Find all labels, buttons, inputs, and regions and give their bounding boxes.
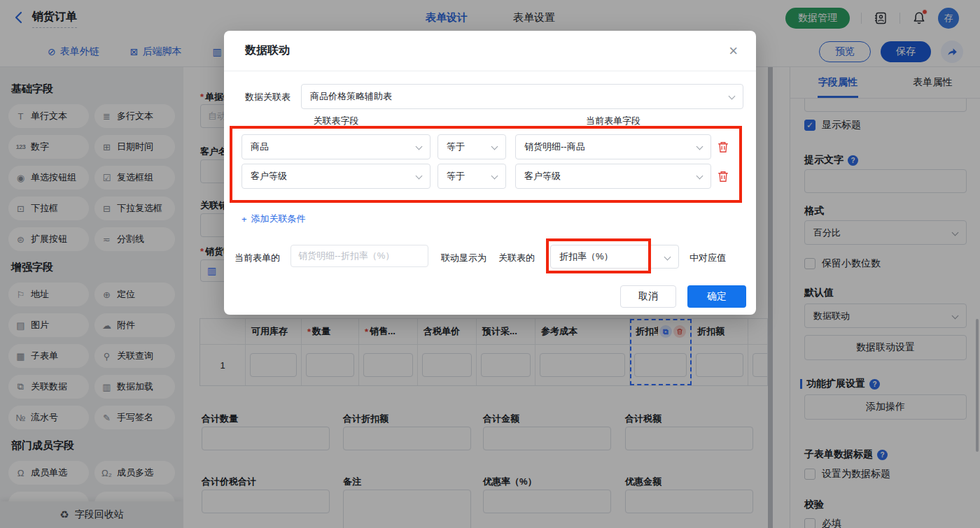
chevron-down-icon [416, 143, 423, 150]
plus-icon: + [241, 214, 247, 224]
value: 等于 [447, 170, 465, 183]
close-icon[interactable]: × [729, 43, 738, 59]
chevron-down-icon [491, 173, 498, 180]
column-header-relation-field: 关联表字段 [241, 115, 430, 127]
condition2-relation-field-select[interactable]: 客户等级 [241, 164, 430, 189]
relation-table-select[interactable]: 商品价格策略辅助表 [301, 84, 743, 109]
condition1-delete-icon[interactable] [717, 141, 729, 153]
value: 销货明细--商品 [524, 141, 585, 153]
data-linkage-dialog: 数据联动 × 数据关联表 商品价格策略辅助表 关联表字段 当前表单字段 商品 等… [224, 31, 756, 315]
condition1-relation-field-select[interactable]: 商品 [241, 134, 430, 159]
value: 客户等级 [251, 170, 287, 183]
chevron-down-icon [729, 93, 736, 100]
add-condition-link[interactable]: + 添加关联条件 [241, 213, 306, 225]
related-field-select[interactable]: 折扣率（%） [550, 245, 679, 269]
condition2-operator-select[interactable]: 等于 [438, 164, 506, 189]
chevron-down-icon [491, 143, 498, 150]
confirm-button[interactable]: 确定 [687, 285, 746, 308]
display-as-label: 联动显示为 [441, 252, 486, 264]
dialog-title: 数据联动 [245, 43, 290, 58]
chevron-down-icon [416, 173, 423, 180]
chevron-down-icon [664, 254, 671, 261]
condition2-delete-icon[interactable] [717, 170, 729, 183]
cancel-button[interactable]: 取消 [620, 285, 676, 308]
suffix-label: 中对应值 [690, 252, 726, 264]
relation-table-value: 商品价格策略辅助表 [310, 90, 392, 103]
value: 等于 [447, 141, 465, 153]
condition1-operator-select[interactable]: 等于 [438, 134, 506, 159]
current-field-input-disabled: 销货明细--折扣率（%） [290, 245, 428, 267]
condition1-current-field-select[interactable]: 销货明细--商品 [515, 134, 711, 159]
add-condition-label: 添加关联条件 [251, 213, 306, 225]
related-field-value: 折扣率（%） [559, 250, 613, 263]
value: 商品 [251, 141, 269, 153]
app-window: 销货订单 表单设计 表单设置 数据管理 存 ⊘ [0, 0, 980, 528]
current-form-label: 当前表单的 [234, 252, 280, 264]
column-header-current-field: 当前表单字段 [515, 115, 711, 127]
chevron-down-icon [696, 173, 704, 180]
relation-table-label: 数据关联表 [245, 91, 290, 104]
dialog-header: 数据联动 [224, 31, 756, 71]
condition2-current-field-select[interactable]: 客户等级 [515, 164, 711, 189]
value: 客户等级 [524, 170, 561, 183]
related-table-label: 关联表的 [498, 252, 535, 264]
chevron-down-icon [696, 143, 704, 150]
